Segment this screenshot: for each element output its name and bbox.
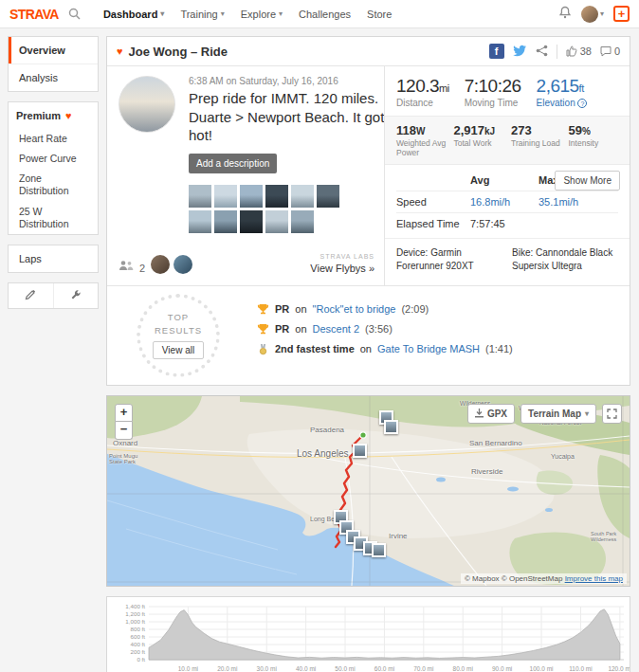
map-layer-label: Terrain Map [528, 409, 581, 419]
improve-map-link[interactable]: Improve this map [565, 574, 623, 583]
segment-link[interactable]: Descent 2 [313, 323, 360, 335]
map-photo-marker[interactable] [353, 444, 367, 458]
achievement-time: (2:09) [401, 303, 429, 315]
gpx-label: GPX [487, 409, 507, 419]
nav-label: Challenges [299, 9, 351, 20]
nav-item-challenges[interactable]: Challenges [299, 9, 351, 20]
edit-activity-button[interactable] [9, 283, 53, 308]
chevron-down-icon: ▾ [585, 409, 589, 418]
total-work-unit: kJ [484, 126, 495, 136]
activity-card: ♥ Joe Wong – Ride f 38 [106, 36, 630, 386]
elevation-help-icon[interactable]: ? [577, 99, 587, 108]
weighted-power-unit: W [416, 126, 425, 136]
add-description-button[interactable]: Add a description [189, 154, 277, 173]
photo-thumbnail[interactable] [240, 210, 263, 233]
sidebar-item-zone-distribution[interactable]: Zone Distribution [9, 169, 98, 201]
premium-label: Premium [16, 110, 61, 121]
row-label: Elapsed Time [396, 218, 470, 229]
osm-credit[interactable]: © OpenStreetMap [502, 574, 563, 583]
stat-training-load: 273 Training Load [511, 123, 561, 157]
facebook-share-icon[interactable]: f [489, 44, 504, 59]
achievement-connector: on [295, 303, 306, 315]
main-nav: Dashboard▾ Training▾ Explore▾ Challenges… [103, 9, 393, 20]
athlete-count[interactable]: 2 [139, 263, 145, 274]
svg-text:50.0 mi: 50.0 mi [335, 665, 355, 672]
sidebar-item-heart-rate[interactable]: Heart Rate [9, 129, 98, 149]
segment-link[interactable]: "Rock"et to bridge [313, 303, 396, 315]
route-map[interactable]: WildernessWildernessNational ForestOxnar… [106, 395, 630, 587]
fullscreen-button[interactable] [602, 404, 622, 424]
mapbox-credit[interactable]: © Mapbox [465, 574, 500, 583]
chevron-down-icon: ▾ [600, 9, 604, 18]
zoom-out-button[interactable]: − [115, 422, 133, 440]
sidebar-item-25w-distribution[interactable]: 25 W Distribution [9, 202, 98, 234]
flyby-athlete-avatar[interactable] [173, 255, 192, 274]
view-all-button[interactable]: View all [153, 341, 204, 359]
share-icon[interactable] [536, 45, 548, 59]
photo-thumbnail[interactable] [214, 210, 237, 233]
intensity-value: 59 [569, 123, 582, 137]
kudos-count[interactable]: 38 [566, 45, 592, 57]
laurel-badge: TOP RESULTS View all [137, 294, 220, 377]
flyby-athlete-avatar[interactable] [151, 255, 170, 274]
comment-count[interactable]: 0 [600, 45, 620, 57]
photo-thumbnail[interactable] [189, 210, 211, 233]
user-menu[interactable]: ▾ [581, 6, 604, 23]
photo-thumbnail[interactable] [265, 210, 288, 233]
heart-icon: ♥ [65, 110, 72, 121]
distance-unit: mi [439, 82, 449, 94]
photo-thumbnail[interactable] [189, 185, 211, 208]
speed-max-value[interactable]: 35.1mi/h [539, 196, 578, 208]
nav-item-training[interactable]: Training▾ [180, 9, 224, 20]
photo-thumbnail[interactable] [291, 185, 314, 208]
strava-logo[interactable]: STRAVA [9, 7, 59, 22]
sidebar-item-premium[interactable]: Premium ♥ [9, 102, 98, 129]
segment-link[interactable]: Gate To Bridge MASH [377, 343, 480, 354]
nav-item-dashboard[interactable]: Dashboard▾ [103, 9, 164, 20]
speed-avg-value[interactable]: 16.8mi/h [470, 196, 539, 208]
sidebar-item-overview[interactable]: Overview [9, 37, 98, 64]
elevation-profile-card: 10.0 mi20.0 mi30.0 mi40.0 mi50.0 mi60.0 … [106, 596, 630, 672]
photo-thumbnail[interactable] [265, 185, 288, 208]
zoom-in-button[interactable]: + [115, 404, 133, 422]
kudos-count-value: 38 [580, 45, 592, 57]
photo-thumbnail[interactable] [214, 185, 237, 208]
nav-item-store[interactable]: Store [367, 9, 392, 20]
nav-item-explore[interactable]: Explore▾ [241, 9, 283, 20]
achievements-list: PR on "Rock"et to bridge (2:09) PR on De… [249, 286, 630, 385]
stat-moving-time: 7:10:26 Moving Time [465, 76, 521, 108]
add-activity-button[interactable]: + [613, 6, 630, 22]
activity-heart-icon: ♥ [117, 45, 123, 57]
map-photo-marker[interactable] [372, 543, 386, 557]
photo-thumbnail[interactable] [317, 185, 339, 208]
show-more-button[interactable]: Show More [555, 171, 620, 191]
stat-distance: 120.3mi Distance [396, 76, 449, 108]
achievement-type: 2nd fastest time [275, 343, 355, 354]
view-flybys-link[interactable]: View Flybys » [310, 263, 374, 274]
gpx-download-button[interactable]: GPX [467, 404, 515, 424]
photo-thumbnail[interactable] [291, 210, 314, 233]
stat-elevation[interactable]: 2,615ft Elevation ? [537, 76, 588, 108]
sidebar-item-laps[interactable]: Laps [9, 245, 98, 272]
athlete-avatar[interactable] [119, 76, 175, 133]
sidebar-item-power-curve[interactable]: Power Curve [9, 149, 98, 169]
activity-title: Prep ride for IMMT. 120 miles. Duarte > … [189, 89, 388, 145]
notifications-bell-icon[interactable] [558, 6, 572, 22]
sidebar-item-analysis[interactable]: Analysis [9, 64, 98, 91]
chevron-down-icon: ▾ [221, 9, 225, 18]
chevron-down-icon: ▾ [279, 9, 283, 18]
activity-datetime: 6:38 AM on Saturday, July 16, 2016 [189, 76, 374, 86]
map-photo-marker[interactable] [384, 420, 398, 434]
expand-icon [607, 409, 617, 419]
search-icon[interactable] [68, 8, 81, 20]
bike-info: Bike: Cannondale Black Supersix Ultegra [512, 246, 618, 272]
map-layer-button[interactable]: Terrain Map ▾ [520, 404, 596, 424]
svg-text:1,200 ft: 1,200 ft [125, 610, 145, 617]
twitter-share-icon[interactable] [513, 45, 527, 59]
photo-thumbnail[interactable] [240, 185, 263, 208]
svg-text:10.0 mi: 10.0 mi [178, 665, 198, 672]
achievement-row: PR on "Rock"et to bridge (2:09) [257, 300, 622, 319]
actions-wrench-button[interactable] [53, 283, 99, 308]
comment-count-value: 0 [614, 45, 620, 57]
svg-text:0 ft: 0 ft [137, 656, 145, 663]
